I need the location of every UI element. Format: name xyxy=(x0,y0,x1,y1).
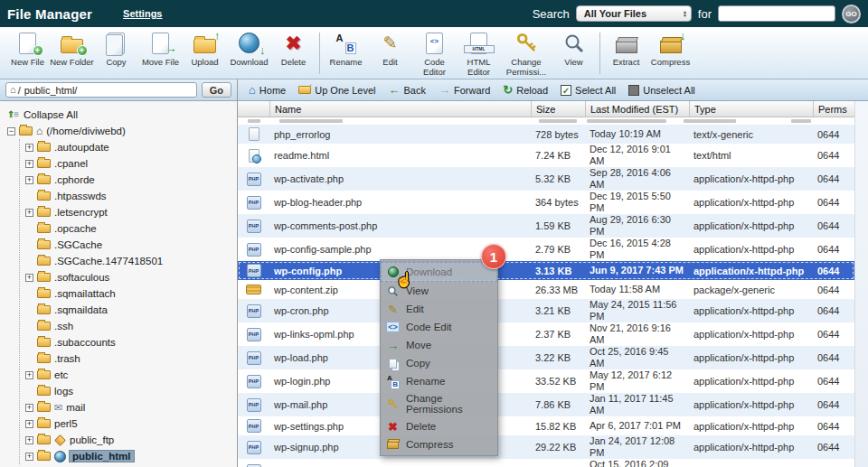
sidebar-item-mail[interactable]: +✉mail xyxy=(25,399,237,416)
table-row[interactable]: PHP wp-config-sample.php 2.79 KB Dec 16,… xyxy=(238,238,854,261)
sidebar-item-logs[interactable]: logs xyxy=(25,383,237,399)
menu-item-copy[interactable]: Copy xyxy=(381,354,497,372)
sidebar-item-etc[interactable]: +etc xyxy=(25,367,237,383)
toolbar-copy[interactable]: Copy xyxy=(94,30,138,67)
menu-item-delete[interactable]: ✖ Delete xyxy=(381,417,497,435)
toolbar-change-permissions[interactable]: Change Permissi... xyxy=(501,30,552,77)
table-row[interactable]: readme.html 7.24 KB Dec 12, 2016 9:01 AM… xyxy=(238,144,854,167)
sidebar-item-perl5[interactable]: +perl5 xyxy=(25,416,237,432)
search-go-button[interactable]: GO xyxy=(842,5,861,23)
settings-link[interactable]: Settings xyxy=(123,8,162,19)
nav-forward[interactable]: → Forward xyxy=(439,84,490,96)
menu-item-rename[interactable]: AB Rename xyxy=(381,372,497,390)
toolbar-compress[interactable]: ↓ Compress xyxy=(648,30,693,67)
table-row[interactable]: PHP wp-blog-header.php 364 bytes Dec 19,… xyxy=(238,191,854,214)
expand-icon[interactable]: + xyxy=(25,420,33,428)
menu-item-compress[interactable]: Compress xyxy=(381,435,497,453)
toolbar-code-editor[interactable]: <> Code Editor xyxy=(412,30,457,77)
scrollbar-track[interactable] xyxy=(854,101,868,467)
reload-icon: ↻ xyxy=(503,84,513,96)
expand-icon[interactable]: + xyxy=(25,436,33,444)
table-row[interactable]: PHP wp-trackback.php 4.41 KB Oct 15, 201… xyxy=(238,459,854,467)
toolbar-download[interactable]: ↓ Download xyxy=(227,30,271,67)
toolbar-move-file[interactable]: → Move File xyxy=(138,30,183,67)
table-row[interactable]: php_errorlog 728 bytes Today 10:19 AM te… xyxy=(238,125,854,144)
nav-home[interactable]: ⌂ Home xyxy=(249,84,286,96)
expand-icon[interactable]: + xyxy=(25,274,33,282)
sidebar-item-sgcache[interactable]: .SGCache xyxy=(25,237,237,253)
toolbar-delete[interactable]: ✖ Delete xyxy=(271,30,316,67)
sidebar-item-sqmaildata[interactable]: .sqmaildata xyxy=(25,302,237,318)
expand-icon[interactable]: + xyxy=(25,209,33,217)
toolbar-new-file[interactable]: + New File xyxy=(5,30,50,67)
path-input[interactable] xyxy=(23,84,193,97)
table-row-selected[interactable]: PHP wp-config.php 3.13 KB Jun 9, 2017 7:… xyxy=(238,261,854,280)
toolbar-edit[interactable]: ✎ Edit xyxy=(368,30,412,67)
toolbar-html-editor[interactable]: HTML HTML Editor xyxy=(457,30,501,77)
table-header: Name Size Last Modified (EST) Type Perms xyxy=(238,101,854,117)
search-input[interactable] xyxy=(718,5,835,22)
expand-icon[interactable]: + xyxy=(25,371,33,379)
menu-item-code-edit[interactable]: <> Code Edit xyxy=(381,318,497,336)
sidebar-item-autoupdate[interactable]: +.autoupdate xyxy=(25,139,237,155)
path-slash: / xyxy=(18,85,21,96)
table-row[interactable]: PHP wp-comments-post.php 1.59 KB Aug 29,… xyxy=(238,214,854,238)
clipped-row xyxy=(238,117,854,125)
nav-back[interactable]: ← Back xyxy=(388,84,425,96)
table-row[interactable]: PHP wp-cron.php 3.21 KB May 24, 2015 11:… xyxy=(238,299,854,322)
sidebar-item-htpasswds[interactable]: .htpasswds xyxy=(25,188,237,204)
php-file-icon: PHP xyxy=(247,196,261,210)
toolbar-extract[interactable]: Extract xyxy=(604,30,648,67)
menu-item-change-permissions[interactable]: Change Permissions xyxy=(381,390,497,417)
column-perms[interactable]: Perms xyxy=(813,101,854,117)
expand-icon[interactable]: + xyxy=(25,404,33,412)
sidebar-item-opcache[interactable]: .opcache xyxy=(25,220,237,237)
sidebar-item-cpanel[interactable]: +.cpanel xyxy=(25,155,237,172)
sidebar-item-public-html[interactable]: +public_html xyxy=(25,448,237,464)
expand-icon[interactable]: + xyxy=(25,453,33,461)
table-row[interactable]: PHP wp-signup.php 29.22 KB Jan 24, 2017 … xyxy=(238,435,854,459)
table-row[interactable]: PHP wp-activate.php 5.32 KB Sep 28, 2016… xyxy=(238,167,854,191)
toolbar-upload[interactable]: ↑ Upload xyxy=(183,30,227,67)
column-type[interactable]: Type xyxy=(689,101,813,117)
toolbar-new-folder[interactable]: + New Folder xyxy=(50,30,94,67)
nav-select-all[interactable]: ✓ Select All xyxy=(561,85,616,96)
menu-item-move[interactable]: → Move xyxy=(381,336,497,354)
path-field[interactable]: ⌂ / xyxy=(5,82,197,98)
sidebar-item-sgcache-1477418501[interactable]: .SGCache.1477418501 xyxy=(25,253,237,269)
toolbar-rename[interactable]: AB Rename xyxy=(324,30,368,67)
sidebar-root-home[interactable]: − ⌂ (/home/diviwebd) xyxy=(7,123,237,139)
nav-unselect-all[interactable]: Unselect All xyxy=(628,85,694,96)
folder-icon xyxy=(37,322,51,331)
collapse-icon[interactable]: − xyxy=(7,127,15,135)
annotation-badge: 1 xyxy=(481,244,506,269)
collapse-all-button[interactable]: ≡⇑ Collapse All xyxy=(7,107,237,123)
nav-up-one-level[interactable]: ↑ Up One Level xyxy=(298,85,375,96)
expand-icon[interactable]: + xyxy=(25,160,33,168)
sidebar-item-public-ftp[interactable]: +public_ftp xyxy=(25,432,237,448)
nav-reload[interactable]: ↻ Reload xyxy=(503,84,548,96)
sidebar-item-subaccounts[interactable]: .subaccounts xyxy=(25,334,237,350)
table-row[interactable]: PHP wp-links-opml.php 2.37 KB Nov 21, 20… xyxy=(238,322,854,346)
toolbar-view[interactable]: View xyxy=(552,30,596,67)
expand-icon[interactable]: + xyxy=(25,144,33,152)
path-go-button[interactable]: Go xyxy=(202,82,231,98)
sidebar-item-sqmailattach[interactable]: .sqmailattach xyxy=(25,285,237,302)
table-row[interactable]: PHP wp-login.php 33.52 KB May 12, 2017 6… xyxy=(238,369,854,393)
table-row[interactable]: PHP wp-load.php 3.22 KB Oct 25, 2016 9:4… xyxy=(238,346,854,369)
sidebar-item-letsencrypt[interactable]: +.letsencrypt xyxy=(25,204,237,220)
menu-item-edit[interactable]: ✎ Edit xyxy=(381,300,497,318)
search-scope-select[interactable]: All Your Files ▲▼ xyxy=(576,5,692,22)
php-file-icon: PHP xyxy=(247,419,261,433)
column-name[interactable]: Name xyxy=(269,101,531,117)
sidebar-item-ssh[interactable]: .ssh xyxy=(25,318,237,334)
sidebar-item-cphorde[interactable]: +.cphorde xyxy=(25,172,237,188)
table-row[interactable]: wp-content.zip 26.33 MB Today 11:58 AM p… xyxy=(238,280,854,299)
table-row[interactable]: PHP wp-mail.php 7.86 KB Jan 11, 2017 11:… xyxy=(238,393,854,416)
column-modified[interactable]: Last Modified (EST) xyxy=(585,101,689,117)
table-row[interactable]: PHP wp-settings.php 15.82 KB Apr 6, 2017… xyxy=(238,416,854,435)
expand-icon[interactable]: + xyxy=(25,176,33,184)
column-size[interactable]: Size xyxy=(531,101,585,117)
sidebar-item-softaculous[interactable]: +.softaculous xyxy=(25,269,237,285)
sidebar-item-trash[interactable]: .trash xyxy=(25,350,237,367)
